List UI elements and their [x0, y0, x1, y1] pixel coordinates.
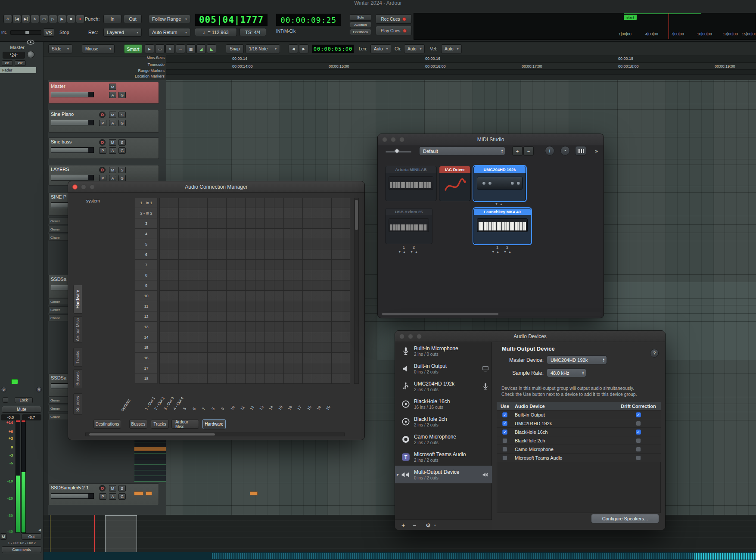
peak-readout[interactable]: -8.7	[22, 414, 41, 420]
automation-button[interactable]: A	[109, 493, 116, 500]
device-list-item-camo-microphone[interactable]: Camo Microphone2 ins / 2 outs	[395, 430, 492, 448]
use-checkbox[interactable]	[502, 455, 507, 460]
output-button[interactable]: Out	[22, 533, 41, 540]
eye-icon[interactable]	[27, 39, 34, 44]
use-checkbox[interactable]: ✓	[502, 429, 507, 435]
use-table-row-built-in-output[interactable]: ✓Built-in Output✓	[497, 411, 661, 419]
mute-button[interactable]: M	[109, 167, 116, 173]
hscroll-thumb[interactable]	[89, 433, 215, 436]
ruler-name-mins-secs[interactable]: Mins:Secs	[103, 56, 165, 60]
side-tab-ardour-misc[interactable]: Ardour Misc	[73, 316, 82, 343]
rec-cues-button[interactable]: Rec Cues	[376, 14, 412, 24]
master-fader-handle[interactable]	[11, 379, 18, 384]
track-header-sine-bass[interactable]: Sine bassMSPAG	[48, 137, 159, 159]
audio-devices-window[interactable]: Audio Devices Built-in Microphone2 ins /…	[395, 330, 666, 530]
comments-button[interactable]: Comments	[2, 546, 41, 553]
time-signature-button[interactable]: TS: 4/4	[240, 28, 266, 36]
midi-region[interactable]: C3	[134, 436, 166, 482]
midi-studio-window[interactable]: MIDI Studio Default ▲▼ + − i ◔ » Arturia…	[377, 134, 604, 318]
group-button[interactable]: G	[118, 92, 126, 98]
midi-panic-button[interactable]: A	[3, 15, 12, 23]
matrix-col-18[interactable]: 18	[306, 405, 313, 411]
vscroll-thumb[interactable]	[355, 200, 358, 230]
matrix-row-18[interactable]: 18	[135, 373, 158, 384]
device-list-item-blackhole-16ch[interactable]: BlackHole 16ch16 ins / 16 outs	[395, 395, 492, 413]
matrix-col-11[interactable]: 11	[240, 405, 246, 411]
grid-tool-button[interactable]: ▦	[186, 44, 196, 53]
use-table-row-microsoft-teams-audio[interactable]: Microsoft Teams Audio	[497, 454, 661, 462]
matrix-row-9[interactable]: 9	[135, 280, 158, 291]
location-markers-ruler[interactable]	[166, 75, 756, 80]
go-end-button[interactable]: ▶|	[22, 15, 30, 23]
matrix-col-15[interactable]: 15	[277, 405, 284, 411]
minimize-icon[interactable]	[408, 334, 413, 339]
device-list-item-microsoft-teams-audio[interactable]: TMicrosoft Teams Audio2 ins / 2 outs	[395, 448, 492, 466]
test-setup-button[interactable]	[575, 146, 586, 156]
track-fader[interactable]	[51, 92, 94, 97]
midi-studio-titlebar[interactable]: MIDI Studio	[378, 134, 604, 145]
side-tab-hardware[interactable]: Hardware	[73, 285, 82, 314]
mute-button[interactable]: M	[109, 84, 116, 90]
matrix-row-13[interactable]: 13	[135, 322, 158, 332]
automation-button[interactable]: A	[109, 92, 116, 98]
close-icon[interactable]	[382, 137, 387, 142]
fader-flag-button[interactable]	[3, 397, 8, 403]
group-button[interactable]: G	[118, 147, 126, 154]
matrix-vscrollbar[interactable]	[354, 198, 359, 384]
help-button[interactable]: ?	[650, 349, 659, 358]
ruler-name-location-markers[interactable]: Location Markers	[103, 74, 165, 78]
midi-hscrollbar[interactable]	[380, 312, 602, 316]
remove-device-button[interactable]: −	[410, 521, 419, 529]
track-fader[interactable]	[51, 120, 94, 125]
punch-out-button[interactable]: Out	[124, 15, 142, 23]
midi-device-launchkey-mk4-49[interactable]: Launchkey MK4 49	[473, 208, 531, 244]
bottom-tab-destinations[interactable]: Destinations	[93, 420, 121, 429]
use-table-row-blackhole-2ch[interactable]: BlackHole 2ch	[497, 436, 661, 445]
track-header-sine-piano[interactable]: Sine PianoMSPAG	[48, 110, 159, 133]
midi-device-iac-driver[interactable]: IAC Driver	[439, 166, 471, 201]
follow-range-select[interactable]: Follow Range	[149, 15, 190, 23]
use-table-row-camo-microphone[interactable]: Camo Microphone	[497, 445, 661, 454]
go-start-button[interactable]: |◀	[12, 15, 21, 23]
matrix-row-10[interactable]: 10	[135, 291, 158, 301]
timecode-ruler[interactable]	[166, 63, 756, 70]
port-connectors[interactable]: ▼▲ ▼▲	[385, 250, 432, 253]
play-cues-button[interactable]: Play Cues	[376, 26, 412, 35]
matrix-col-10[interactable]: 10	[230, 405, 236, 411]
use-table-row-blackhole-16ch[interactable]: ✓BlackHole 16ch✓	[497, 428, 661, 436]
phase-1-button[interactable]: Ø1	[2, 60, 13, 66]
edit-tool-button[interactable]: ◣	[207, 44, 216, 53]
matrix-row-8[interactable]: 8	[135, 270, 158, 280]
track-fader[interactable]	[51, 147, 94, 153]
stretch-tool-button[interactable]: ↔	[176, 44, 185, 53]
matrix-row-16[interactable]: 16	[135, 353, 158, 363]
sample-rate-select[interactable]: 48.0 kHz ▲▼	[547, 368, 586, 377]
use-table-row-umc204hd-192k[interactable]: ✓UMC204HD 192k	[497, 419, 661, 428]
acm-titlebar[interactable]: Audio Connection Manager	[68, 181, 364, 193]
matrix-row-5[interactable]: 5	[135, 239, 158, 249]
track-header-master[interactable]: MasterMAG	[48, 82, 159, 104]
matrix-row-3[interactable]: 3	[135, 218, 158, 229]
record-safe-button[interactable]: R	[36, 387, 42, 392]
playlist-button[interactable]: P	[99, 493, 106, 500]
midi-device-umc204hd-192k[interactable]: UMC204HD 192k	[473, 166, 526, 201]
matrix-col-12[interactable]: 12	[249, 405, 256, 411]
matrix-row-15[interactable]: 15	[135, 342, 158, 353]
ruler-name-range-markers[interactable]: Range Markers	[103, 68, 165, 73]
configure-speakers-button[interactable]: Configure Speakers...	[591, 514, 659, 523]
automation-button[interactable]: A	[109, 175, 116, 181]
matrix-col-19[interactable]: 19	[316, 405, 323, 411]
matrix-col-6[interactable]: 6	[192, 407, 197, 411]
group-button[interactable]: G	[118, 175, 126, 181]
record-enable-button[interactable]	[99, 485, 106, 492]
side-tab-sources[interactable]: Sources	[73, 393, 82, 415]
zoom-icon[interactable]	[90, 184, 95, 190]
audio-clip[interactable]	[134, 492, 143, 495]
gain-readout[interactable]: -0.0	[1, 414, 20, 420]
matrix-col-9[interactable]: 9	[220, 407, 226, 411]
playlist-button[interactable]: P	[99, 147, 106, 154]
mute-button[interactable]: M	[109, 485, 116, 492]
zoom-icon[interactable]	[417, 334, 422, 339]
loop-button[interactable]: ↻	[31, 15, 39, 23]
midi-device-usb-axiom-25[interactable]: USB Axiom 25	[385, 208, 432, 244]
